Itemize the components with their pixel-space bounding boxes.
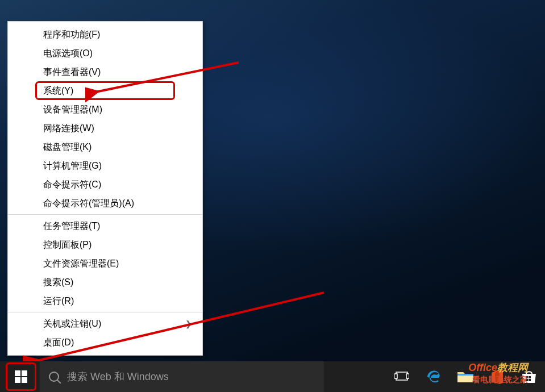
edge-icon bbox=[425, 368, 442, 385]
menu-label: 运行(R) bbox=[43, 296, 74, 306]
menu-label: 电源选项(O) bbox=[43, 48, 93, 58]
menu-item-power-options[interactable]: 电源选项(O) bbox=[8, 44, 202, 62]
menu-item-file-explorer[interactable]: 文件资源管理器(E) bbox=[8, 254, 202, 273]
menu-separator bbox=[8, 214, 202, 215]
menu-label: 文件资源管理器(E) bbox=[43, 258, 119, 268]
svg-rect-3 bbox=[394, 374, 397, 378]
task-view-button[interactable] bbox=[386, 361, 418, 392]
menu-item-search[interactable]: 搜索(S) bbox=[8, 273, 202, 291]
menu-label: 事件查看器(V) bbox=[43, 67, 101, 77]
menu-label: 设备管理器(M) bbox=[43, 105, 102, 114]
menu-label: 控制面板(P) bbox=[43, 240, 91, 249]
menu-label: 系统(Y) bbox=[43, 86, 73, 95]
menu-item-desktop[interactable]: 桌面(D) bbox=[8, 333, 202, 352]
menu-item-control-panel[interactable]: 控制面板(P) bbox=[8, 235, 202, 254]
menu-label: 计算机管理(G) bbox=[43, 161, 102, 170]
taskbar: 搜索 Web 和 Windows bbox=[0, 361, 545, 392]
menu-item-system[interactable]: 系统(Y) bbox=[35, 81, 175, 100]
menu-label: 网络连接(W) bbox=[43, 123, 94, 133]
menu-separator bbox=[8, 312, 202, 312]
watermark-text: Office bbox=[468, 362, 497, 373]
svg-rect-2 bbox=[396, 372, 407, 380]
menu-item-programs-features[interactable]: 程序和功能(F) bbox=[8, 25, 202, 44]
menu-label: 磁盘管理(K) bbox=[43, 142, 91, 152]
menu-label: 桌面(D) bbox=[43, 337, 74, 347]
svg-rect-4 bbox=[406, 374, 409, 378]
search-placeholder: 搜索 Web 和 Windows bbox=[67, 370, 169, 383]
search-icon bbox=[49, 372, 59, 382]
svg-rect-7 bbox=[529, 376, 531, 378]
search-box[interactable]: 搜索 Web 和 Windows bbox=[40, 361, 324, 392]
menu-label: 关机或注销(U) bbox=[43, 319, 101, 328]
menu-item-command-prompt-admin[interactable]: 命令提示符(管理员)(A) bbox=[8, 194, 202, 212]
menu-label: 搜索(S) bbox=[43, 277, 73, 287]
task-view-icon bbox=[394, 371, 409, 382]
menu-item-event-viewer[interactable]: 事件查看器(V) bbox=[8, 62, 202, 81]
menu-item-device-manager[interactable]: 设备管理器(M) bbox=[8, 100, 202, 119]
menu-item-shutdown-signout[interactable]: 关机或注销(U) ❯ bbox=[8, 314, 202, 333]
menu-label: 命令提示符(C) bbox=[43, 180, 101, 189]
watermark-office: Office教程网 bbox=[468, 361, 528, 374]
watermark-text: 教程网 bbox=[497, 362, 528, 373]
menu-label: 命令提示符(管理员)(A) bbox=[43, 198, 134, 208]
edge-button[interactable] bbox=[418, 361, 450, 392]
menu-item-network-connections[interactable]: 网络连接(W) bbox=[8, 119, 202, 137]
menu-item-run[interactable]: 运行(R) bbox=[8, 291, 202, 310]
svg-rect-9 bbox=[529, 379, 531, 381]
watermark-site: 看电脑系统之家 bbox=[472, 375, 528, 385]
windows-logo-icon bbox=[15, 370, 27, 383]
menu-item-disk-management[interactable]: 磁盘管理(K) bbox=[8, 137, 202, 156]
winx-context-menu: 程序和功能(F) 电源选项(O) 事件查看器(V) 系统(Y) 设备管理器(M)… bbox=[7, 21, 203, 356]
menu-item-command-prompt[interactable]: 命令提示符(C) bbox=[8, 175, 202, 194]
chevron-right-icon: ❯ bbox=[185, 314, 192, 333]
menu-item-computer-management[interactable]: 计算机管理(G) bbox=[8, 156, 202, 175]
menu-label: 任务管理器(T) bbox=[43, 221, 100, 231]
menu-label: 程序和功能(F) bbox=[43, 30, 100, 39]
menu-item-task-manager[interactable]: 任务管理器(T) bbox=[8, 216, 202, 235]
start-button[interactable] bbox=[6, 362, 36, 391]
